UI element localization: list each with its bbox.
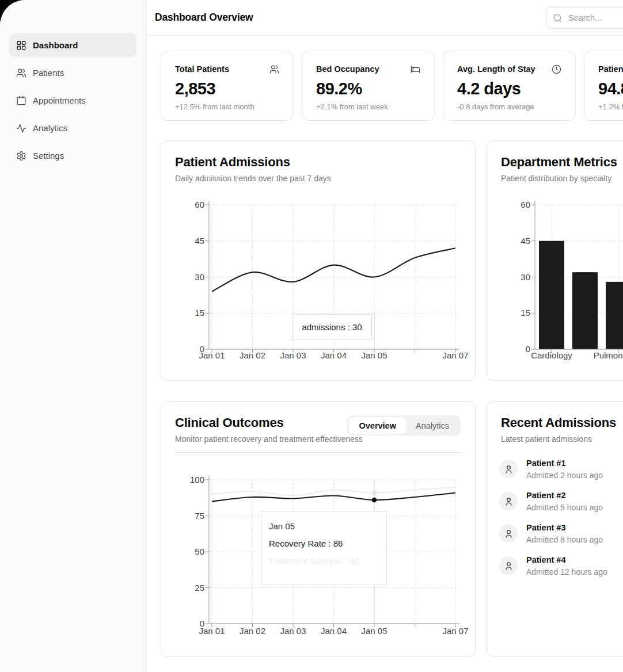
svg-text:Jan 03: Jan 03: [280, 626, 306, 636]
stat-value: 2,853: [175, 79, 279, 98]
recent-admissions-list: Patient #1 Admitted 2 hours ago Patient …: [501, 458, 623, 580]
users-icon: [16, 68, 26, 78]
chart-subtitle: Patient distribution by specialty: [501, 173, 623, 184]
svg-text:Jan 04: Jan 04: [321, 626, 347, 636]
panel-subtitle: Latest patient admissions: [501, 433, 623, 445]
svg-text:25: 25: [195, 583, 204, 593]
svg-text:50: 50: [195, 547, 204, 556]
search-icon: [553, 13, 563, 23]
svg-text:Pulmonology: Pulmonology: [594, 350, 623, 360]
tooltip-title: Jan 05: [269, 518, 379, 535]
sidebar: Dashboard Patients Appointments Analytic…: [0, 0, 146, 672]
svg-text:30: 30: [195, 272, 204, 282]
list-item: Patient #3 Admitted 8 hours ago: [501, 522, 623, 548]
stat-value: 94.8%: [598, 79, 623, 98]
main-area: Dashboard Overview Total Patients 2,853 …: [147, 0, 623, 672]
svg-text:Jan 01: Jan 01: [199, 350, 225, 360]
departments-bar-chart[interactable]: 015304560CardiologyPulmonology: [501, 195, 623, 368]
stat-change: +2.1% from last week: [316, 102, 420, 111]
outcomes-tabs: Overview Analytics: [347, 415, 461, 436]
stat-label: Avg. Length of Stay: [457, 64, 535, 74]
stat-card-avg-stay: Avg. Length of Stay 4.2 days -0.8 days f…: [443, 51, 576, 121]
svg-text:30: 30: [521, 272, 530, 282]
svg-text:15: 15: [195, 308, 204, 318]
stat-label: Total Patients: [175, 64, 229, 74]
sidebar-item-label: Dashboard: [33, 40, 78, 50]
svg-text:Jan 07: Jan 07: [442, 350, 468, 360]
svg-text:Jan 03: Jan 03: [280, 350, 306, 360]
admission-time: Admitted 2 hours ago: [526, 470, 603, 480]
stats-row: Total Patients 2,853 +12.5% from last mo…: [161, 51, 623, 121]
svg-text:100: 100: [190, 475, 204, 484]
page-title: Dashboard Overview: [155, 12, 253, 24]
stat-value: 89.2%: [316, 79, 420, 98]
svg-text:Jan 02: Jan 02: [240, 626, 265, 636]
chart-subtitle: Daily admission trends over the past 7 d…: [175, 173, 461, 184]
sidebar-item-patients[interactable]: Patients: [9, 61, 136, 85]
sidebar-nav: Dashboard Patients Appointments Analytic…: [9, 33, 136, 167]
sidebar-item-label: Patients: [33, 68, 64, 78]
tab-analytics[interactable]: Analytics: [406, 417, 459, 434]
patient-name: Patient #2: [526, 490, 603, 501]
stat-value: 4.2 days: [457, 79, 561, 98]
sidebar-item-settings[interactable]: Settings: [9, 144, 136, 167]
tab-overview[interactable]: Overview: [349, 417, 406, 434]
header-divider: [175, 452, 462, 453]
top-bar: Dashboard Overview: [147, 0, 623, 36]
chart-tooltip: Jan 05 Recovery Rate : 86 Treatment Succ…: [261, 511, 387, 585]
tooltip-line: Recovery Rate : 86: [269, 535, 379, 552]
bed-icon: [411, 64, 420, 74]
person-icon: [499, 556, 518, 575]
chart-title: Department Metrics: [501, 154, 623, 171]
svg-text:Jan 02: Jan 02: [240, 350, 265, 360]
recent-admissions-card: Recent Admissions Latest patient admissi…: [487, 401, 623, 657]
sidebar-item-appointments[interactable]: Appointments: [9, 89, 136, 112]
svg-text:Jan 05: Jan 05: [361, 626, 387, 636]
stat-card-total-patients: Total Patients 2,853 +12.5% from last mo…: [161, 51, 294, 121]
sidebar-item-label: Appointments: [33, 96, 86, 105]
person-icon: [499, 524, 518, 543]
clock-icon: [552, 64, 561, 74]
sidebar-item-dashboard[interactable]: Dashboard: [9, 33, 136, 57]
clinical-outcomes-card: Clinical Outcomes Monitor patient recove…: [161, 401, 476, 657]
grid-icon: [16, 40, 26, 51]
stat-change: +12.5% from last month: [175, 102, 279, 111]
panel-title: Recent Admissions: [501, 414, 623, 432]
sidebar-item-label: Settings: [33, 151, 64, 161]
sidebar-item-label: Analytics: [33, 123, 67, 133]
stat-change: +1.2% from last month: [598, 102, 623, 111]
list-item: Patient #4 Admitted 12 hours ago: [501, 555, 623, 580]
patient-name: Patient #1: [526, 458, 603, 468]
stat-card-bed-occupancy: Bed Occupancy 89.2% +2.1% from last week: [302, 51, 435, 121]
svg-text:Jan 05: Jan 05: [361, 350, 387, 360]
stat-change: -0.8 days from average: [457, 102, 561, 111]
admission-time: Admitted 12 hours ago: [526, 567, 607, 577]
svg-text:75: 75: [195, 511, 204, 521]
gear-icon: [16, 151, 26, 161]
sidebar-item-analytics[interactable]: Analytics: [9, 116, 136, 140]
svg-text:Jan 01: Jan 01: [199, 626, 225, 636]
svg-text:0: 0: [526, 344, 530, 354]
svg-text:Jan 07: Jan 07: [442, 626, 468, 636]
list-item: Patient #1 Admitted 2 hours ago: [501, 458, 623, 483]
stat-card-satisfaction: Patient Satisfaction 94.8% +1.2% from la…: [584, 51, 623, 121]
search-box[interactable]: [546, 7, 623, 29]
patient-name: Patient #4: [526, 555, 607, 565]
svg-text:45: 45: [521, 236, 530, 246]
users-icon: [269, 64, 279, 74]
person-icon: [499, 492, 518, 510]
admissions-line-chart[interactable]: 015304560Jan 01Jan 02Jan 03Jan 04Jan 05J…: [174, 195, 469, 368]
svg-text:45: 45: [195, 236, 204, 246]
app-window: Dashboard Patients Appointments Analytic…: [0, 0, 623, 672]
search-input[interactable]: [567, 13, 623, 23]
svg-text:60: 60: [195, 200, 204, 209]
svg-text:60: 60: [521, 200, 530, 209]
calendar-icon: [16, 96, 26, 106]
admission-time: Admitted 8 hours ago: [526, 534, 603, 545]
admission-time: Admitted 5 hours ago: [526, 502, 603, 513]
chart-title: Patient Admissions: [175, 154, 461, 171]
activity-icon: [16, 123, 26, 133]
chart-tooltip: admissions : 30: [292, 314, 372, 340]
svg-text:15: 15: [521, 308, 530, 318]
svg-text:Cardiology: Cardiology: [531, 350, 572, 360]
